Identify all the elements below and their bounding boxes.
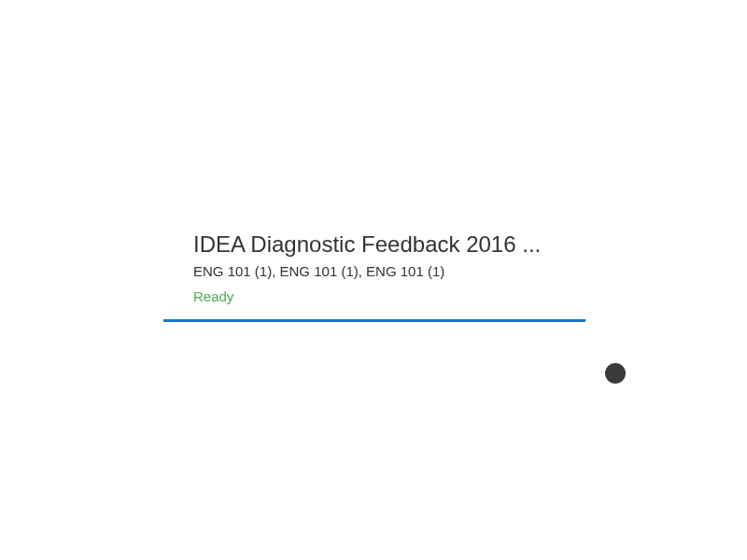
feedback-card: IDEA Diagnostic Feedback 2016 ... ENG 10…	[163, 231, 585, 322]
card-title: IDEA Diagnostic Feedback 2016 ...	[193, 231, 556, 258]
accent-divider	[163, 319, 585, 322]
card-subtitle: ENG 101 (1), ENG 101 (1), ENG 101 (1)	[193, 263, 556, 279]
floating-indicator	[605, 363, 626, 384]
status-badge: Ready	[193, 288, 556, 304]
card-content: IDEA Diagnostic Feedback 2016 ... ENG 10…	[163, 231, 585, 319]
